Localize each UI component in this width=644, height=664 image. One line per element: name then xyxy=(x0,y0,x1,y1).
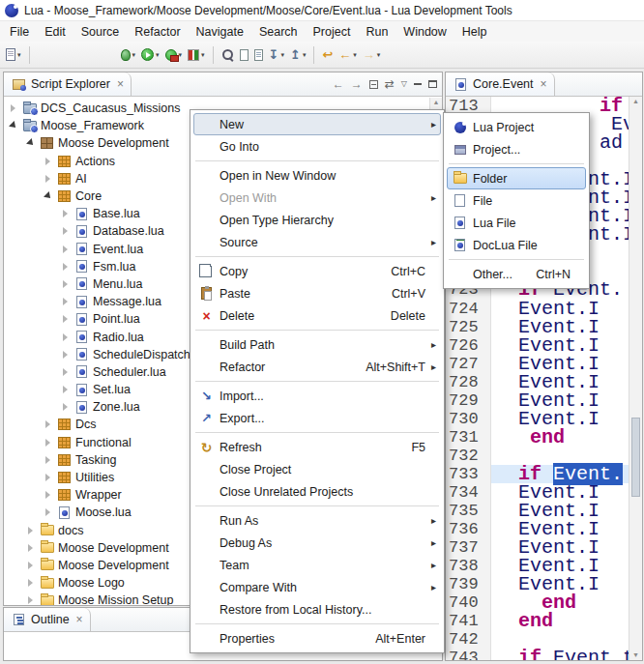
expand-arrow-icon[interactable] xyxy=(43,491,53,499)
expand-arrow-icon[interactable] xyxy=(43,508,53,516)
menu-item-debug-as[interactable]: Debug As▸ xyxy=(193,532,441,554)
menu-item-other[interactable]: Other...Ctrl+N xyxy=(447,263,586,285)
expand-arrow-icon[interactable] xyxy=(25,562,36,569)
menu-item-doclua-file[interactable]: DocLua File xyxy=(447,234,586,256)
menu-item-lua-file[interactable]: Lua File xyxy=(447,212,586,234)
forward-icon[interactable]: → xyxy=(351,78,363,90)
expand-arrow-icon[interactable] xyxy=(43,456,53,464)
expand-arrow-icon[interactable] xyxy=(60,333,71,341)
search-button[interactable] xyxy=(220,44,236,66)
menu-item-go-into[interactable]: Go Into xyxy=(193,135,441,158)
close-icon[interactable]: × xyxy=(76,614,83,625)
debug-button[interactable]: ▾ xyxy=(119,44,138,66)
menu-run[interactable]: Run xyxy=(358,23,395,41)
expand-arrow-icon[interactable] xyxy=(43,175,53,183)
menu-item-open-in-new-window[interactable]: Open in New Window xyxy=(193,164,441,187)
collapsed-arrow xyxy=(45,491,50,499)
tab-script-explorer[interactable]: Script Explorer × xyxy=(4,72,132,96)
menu-help[interactable]: Help xyxy=(454,23,495,41)
scroll-up-icon[interactable]: ▲ xyxy=(430,98,442,107)
menu-item-project[interactable]: Project... xyxy=(447,138,586,160)
tab-outline[interactable]: Outline × xyxy=(4,608,91,631)
expand-arrow-icon[interactable] xyxy=(8,104,18,112)
menu-item-close-project[interactable]: Close Project xyxy=(193,458,441,480)
collapse-all-icon[interactable] xyxy=(369,80,378,89)
annotations-button[interactable] xyxy=(252,44,265,66)
expand-arrow-icon[interactable] xyxy=(43,193,53,199)
menu-edit[interactable]: Edit xyxy=(37,23,73,41)
menu-navigate[interactable]: Navigate xyxy=(189,23,251,41)
menu-item-properties[interactable]: PropertiesAlt+Enter xyxy=(193,627,441,650)
menu-item-paste[interactable]: PasteCtrl+V xyxy=(193,282,441,304)
expand-arrow-icon[interactable] xyxy=(60,210,71,217)
expand-arrow-icon[interactable] xyxy=(60,315,71,323)
menu-item-run-as[interactable]: Run As▸ xyxy=(193,509,441,532)
menu-item-close-unrelated-projects[interactable]: Close Unrelated Projects xyxy=(193,480,441,503)
open-element-button[interactable] xyxy=(238,44,250,66)
expand-arrow-icon[interactable] xyxy=(43,420,53,428)
close-icon[interactable]: × xyxy=(541,78,547,90)
expand-arrow-icon[interactable] xyxy=(60,227,71,235)
close-icon[interactable]: × xyxy=(117,78,124,90)
expand-arrow-icon[interactable] xyxy=(43,439,53,447)
tab-core-event[interactable]: Core.Event × xyxy=(446,72,555,96)
external-tools-button[interactable]: ▾ xyxy=(163,44,185,66)
menu-item-restore-from-local-history[interactable]: Restore from Local History... xyxy=(193,598,441,621)
scroll-up-icon[interactable]: ▲ xyxy=(629,97,642,106)
menu-item-source[interactable]: Source▸ xyxy=(193,231,441,253)
menu-item-new[interactable]: New▸ xyxy=(193,113,441,135)
scrollbar-thumb[interactable] xyxy=(631,418,640,497)
coverage-button[interactable]: ▾ xyxy=(186,44,207,66)
maximize-icon[interactable] xyxy=(428,80,437,88)
menu-item-team[interactable]: Team▸ xyxy=(193,554,441,576)
menu-item-compare-with[interactable]: Compare With▸ xyxy=(193,576,441,598)
editor-scrollbar[interactable]: ▲ ▼ xyxy=(629,97,642,660)
previous-annotation-button[interactable]: ↥▾ xyxy=(288,44,307,66)
expand-arrow-icon[interactable] xyxy=(60,386,71,393)
expand-arrow-icon[interactable] xyxy=(25,527,36,534)
scroll-down-icon[interactable]: ▼ xyxy=(629,650,642,660)
menu-item-refresh[interactable]: ↻RefreshF5 xyxy=(193,436,441,458)
expand-arrow-icon[interactable] xyxy=(60,368,71,376)
menu-source[interactable]: Source xyxy=(73,23,128,41)
minimize-icon[interactable] xyxy=(414,83,422,85)
expand-arrow-icon[interactable] xyxy=(25,596,36,604)
menu-search[interactable]: Search xyxy=(251,23,306,41)
expand-arrow-icon[interactable] xyxy=(60,280,71,288)
expand-arrow-icon[interactable] xyxy=(60,403,71,411)
view-menu-icon[interactable]: ▽ xyxy=(401,80,407,88)
expand-arrow-icon[interactable] xyxy=(43,158,53,165)
menu-item-file[interactable]: File xyxy=(447,189,586,212)
menu-item-open-type-hierarchy[interactable]: Open Type Hierarchy xyxy=(193,209,441,231)
expand-arrow-icon[interactable] xyxy=(43,474,53,481)
menu-item-build-path[interactable]: Build Path▸ xyxy=(193,333,441,356)
menu-item-refactor[interactable]: RefactorAlt+Shift+T▸ xyxy=(193,356,441,378)
next-annotation-button[interactable]: ↧▾ xyxy=(267,44,286,66)
menu-item-copy[interactable]: CopyCtrl+C xyxy=(193,260,441,282)
expand-arrow-icon[interactable] xyxy=(60,263,71,271)
menu-item-export[interactable]: ↗Export... xyxy=(193,407,441,429)
forward-button[interactable]: →▾ xyxy=(361,44,383,66)
expand-arrow-icon[interactable] xyxy=(25,544,36,552)
back-button[interactable]: ←▾ xyxy=(337,44,359,66)
expand-arrow-icon[interactable] xyxy=(60,245,71,253)
new-button[interactable]: ▾ xyxy=(4,44,23,66)
menu-item-folder[interactable]: Folder xyxy=(447,167,586,189)
menu-project[interactable]: Project xyxy=(306,23,359,41)
expand-arrow-icon[interactable] xyxy=(60,351,71,359)
expand-arrow-icon[interactable] xyxy=(25,140,36,146)
menu-item-open-with[interactable]: Open With▸ xyxy=(193,187,441,209)
run-button[interactable]: ▾ xyxy=(139,44,161,66)
expand-arrow-icon[interactable] xyxy=(25,579,36,587)
last-edit-location-button[interactable]: ↩ xyxy=(320,44,335,66)
expand-arrow-icon[interactable] xyxy=(60,298,71,305)
back-icon[interactable]: ← xyxy=(333,78,344,90)
menu-item-lua-project[interactable]: Lua Project xyxy=(447,116,586,138)
link-with-editor-icon[interactable]: ⇄ xyxy=(385,78,395,90)
menu-file[interactable]: File xyxy=(2,23,37,41)
expand-arrow-icon[interactable] xyxy=(8,123,18,129)
menu-window[interactable]: Window xyxy=(395,23,454,41)
menu-item-import[interactable]: ↘Import... xyxy=(193,385,441,407)
menu-item-delete[interactable]: ×DeleteDelete xyxy=(193,304,441,327)
menu-refactor[interactable]: Refactor xyxy=(127,23,188,41)
